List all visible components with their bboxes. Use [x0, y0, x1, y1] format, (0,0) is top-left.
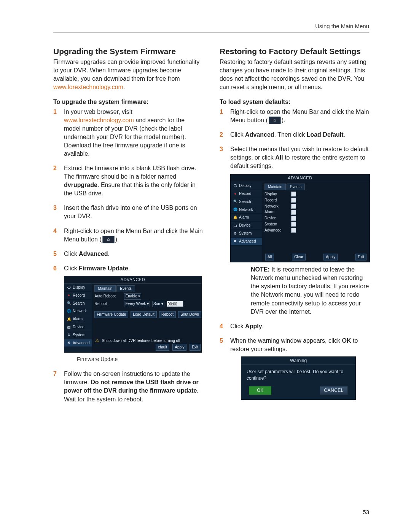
- panel-title-2: ADVANCED: [231, 174, 370, 182]
- rstep-2mid: . Then click: [274, 131, 307, 138]
- chk-display[interactable]: [291, 192, 296, 197]
- btn-all[interactable]: All: [265, 254, 274, 260]
- label-auto-reboot: Auto Reboot: [94, 294, 122, 299]
- defaults-checkbox-grid: Display Record Network Alarm Device Syst…: [264, 192, 367, 233]
- record-icon: ●: [67, 293, 71, 298]
- rstep-3-bold: All: [275, 154, 283, 161]
- display-icon: 🖵: [67, 285, 71, 290]
- chk-label-advanced: Advanced: [264, 228, 287, 233]
- step-5-bold: Advanced: [79, 251, 108, 257]
- warning-ok-button[interactable]: OK: [249, 386, 271, 395]
- select-auto-reboot[interactable]: Enable ▾: [124, 293, 141, 300]
- link-lorex-1[interactable]: www.lorextechnology.com: [53, 84, 123, 90]
- btn-footer-exit[interactable]: Exit: [190, 344, 201, 351]
- rstep-2-bold2: Load Default: [307, 131, 344, 138]
- nav-alarm[interactable]: 🔔Alarm: [231, 214, 262, 222]
- tab-events[interactable]: Events: [287, 184, 305, 190]
- network-icon: 🌐: [67, 309, 71, 313]
- link-lorex-2[interactable]: www.lorextechnology.com: [64, 117, 134, 123]
- content-columns: Upgrading the System Firmware Firmware u…: [53, 46, 369, 410]
- step-4a: Right-click to open the Menu Bar and cli…: [64, 228, 203, 243]
- btn-firmware-update[interactable]: Firmware Update: [94, 311, 128, 318]
- chk-label-display: Display: [264, 192, 287, 197]
- advanced-icon: ✖: [67, 340, 71, 345]
- system-icon: ⚙: [67, 333, 71, 337]
- nav-network[interactable]: 🌐Network: [64, 307, 92, 315]
- chk-device[interactable]: [291, 216, 296, 221]
- advanced-icon: ✖: [233, 239, 237, 244]
- nav-advanced[interactable]: ✖Advanced: [231, 238, 262, 246]
- nav-system[interactable]: ⚙System: [231, 230, 262, 238]
- warning-body: User set parameters will be lost, Do you…: [241, 365, 355, 385]
- rstep-2a: Click: [230, 131, 245, 138]
- step-4: Right-click to open the Menu Bar and cli…: [53, 227, 203, 244]
- tab-maintain[interactable]: Maintain: [264, 184, 286, 190]
- subhead-upgrade: To upgrade the system firmware:: [53, 99, 203, 105]
- rstep-5a: When the warning window appears, click: [230, 337, 342, 344]
- rstep-1a: Right-click to open the Menu Bar and cli…: [230, 109, 369, 123]
- nav-record[interactable]: ●Record: [231, 190, 262, 198]
- warning-icon: ⚠: [95, 337, 99, 344]
- tab-maintain[interactable]: Maintain: [94, 285, 116, 292]
- subhead-restore: To load system defaults:: [220, 99, 369, 105]
- nav-device[interactable]: 🖴Device: [231, 222, 262, 230]
- running-head: Using the Main Menu: [53, 23, 369, 29]
- nav-network[interactable]: 🌐Network: [231, 206, 262, 214]
- btn-apply[interactable]: Apply: [323, 254, 338, 260]
- warn-row: ⚠ Shuts down all DVR features before tur…: [95, 337, 201, 344]
- warning-cancel-button[interactable]: CANCEL: [320, 386, 348, 395]
- input-reboot-time[interactable]: [167, 301, 183, 307]
- step-2-bold: dvrupgrade: [64, 182, 97, 188]
- rstep-1b: ).: [282, 117, 285, 123]
- step-5a: Click: [64, 251, 79, 257]
- nav-device[interactable]: 🖴Device: [64, 323, 92, 331]
- btn-footer-default[interactable]: efault: [156, 344, 169, 351]
- step-5: Click Advanced.: [53, 250, 203, 258]
- rstep-4-bold: Apply: [245, 323, 262, 329]
- rstep-4: Click Apply.: [220, 322, 369, 331]
- btn-shutdown[interactable]: Shut Down: [178, 311, 201, 318]
- btn-footer-apply[interactable]: Apply: [172, 344, 186, 351]
- chk-label-alarm: Alarm: [264, 209, 287, 215]
- nav-display[interactable]: 🖵Display: [64, 284, 92, 292]
- step-2: Extract the firmware into a blank USB fl…: [53, 164, 203, 198]
- select-reboot-day[interactable]: Sun ▾: [152, 301, 164, 307]
- nav-search[interactable]: 🔍Search: [64, 300, 92, 308]
- rstep-1: Right-click to open the Menu Bar and cli…: [220, 108, 369, 125]
- caption-firmware: Firmware Update: [77, 356, 203, 363]
- chk-label-system: System: [264, 222, 287, 227]
- chk-label-record: Record: [264, 198, 287, 203]
- rstep-4b: .: [262, 323, 264, 329]
- network-icon: 🌐: [233, 207, 237, 212]
- chk-alarm[interactable]: [291, 210, 296, 215]
- nav-system[interactable]: ⚙System: [64, 331, 92, 339]
- step-6a: Click: [64, 265, 79, 272]
- nav-alarm[interactable]: 🔔Alarm: [64, 315, 92, 323]
- header-rule: [53, 32, 369, 33]
- step-5b: .: [108, 251, 110, 257]
- nav-search[interactable]: 🔍Search: [231, 198, 262, 206]
- btn-exit[interactable]: Exit: [355, 254, 366, 260]
- chk-record[interactable]: [291, 198, 296, 203]
- page-number: 53: [363, 509, 369, 515]
- btn-reboot[interactable]: Reboot: [159, 311, 176, 318]
- step-7: Follow the on-screen instructions to upd…: [53, 370, 203, 403]
- chk-system[interactable]: [291, 222, 296, 227]
- btn-load-default[interactable]: Load Default: [131, 311, 157, 318]
- right-column: Restoring to Factory Default Settings Re…: [220, 46, 369, 410]
- alarm-icon: 🔔: [67, 317, 71, 321]
- intro-restore: Restoring to factory default settings re…: [220, 58, 369, 91]
- intro-text: Firmware upgrades can provide improved f…: [53, 59, 199, 82]
- screenshot-firmware-panel: ADVANCED 🖵Display ●Record 🔍Search 🌐Netwo…: [64, 276, 202, 353]
- chk-network[interactable]: [291, 204, 296, 209]
- rstep-5-bold: OK: [342, 337, 351, 344]
- nav-advanced[interactable]: ✖Advanced: [64, 339, 92, 347]
- btn-clear[interactable]: Clear: [292, 254, 306, 260]
- chk-advanced[interactable]: [291, 228, 296, 233]
- step-6: Click Firmware Update. ADVANCED 🖵Display…: [53, 264, 203, 363]
- nav-display[interactable]: 🖵Display: [231, 182, 262, 190]
- nav-record[interactable]: ●Record: [64, 292, 92, 300]
- device-icon: 🖴: [67, 325, 71, 329]
- select-reboot-freq[interactable]: Every Week ▾: [124, 301, 150, 307]
- tab-events[interactable]: Events: [116, 285, 135, 292]
